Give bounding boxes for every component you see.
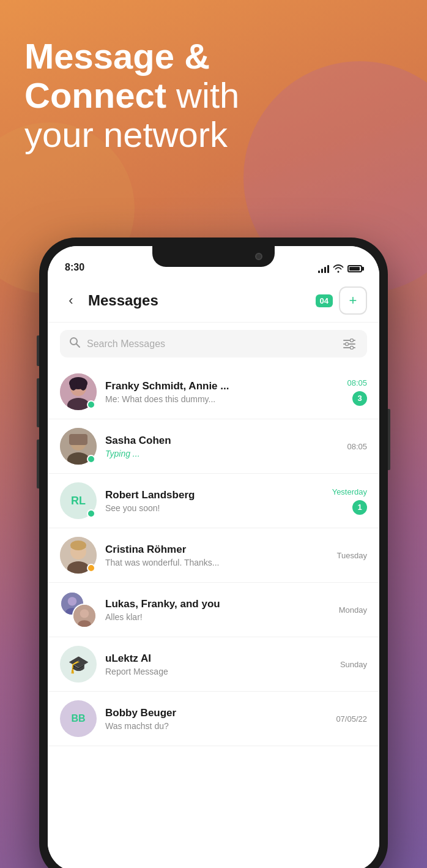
message-preview-5: Alles klar!	[105, 612, 330, 622]
avatar-wrap-1	[60, 373, 97, 410]
hero-line2-normal: with	[166, 75, 239, 115]
message-preview-2: Typing ...	[105, 449, 338, 458]
messages-header: ‹ Messages 04 +	[48, 277, 379, 323]
battery-icon	[347, 265, 362, 272]
side-button-vol-up	[37, 378, 39, 427]
message-preview-6: Report Message	[105, 667, 332, 676]
svg-point-3	[351, 339, 354, 342]
front-camera	[255, 253, 262, 260]
conversation-name-6: uLektz AI	[105, 653, 332, 665]
avatar-wrap-7: BB	[60, 700, 97, 737]
avatar-group-5	[60, 591, 97, 628]
message-meta-1: 08:05 3	[347, 378, 367, 406]
hero-line1: Message &	[24, 36, 210, 76]
hero-section: Message & Connect with your network	[24, 37, 403, 154]
message-preview-1: Me: What does this dummy...	[105, 394, 338, 404]
search-container: Search Messages	[48, 323, 379, 365]
message-time-4: Tuesday	[337, 551, 367, 560]
phone-screen: 8:30	[48, 246, 379, 868]
hero-title: Message & Connect with your network	[24, 37, 403, 154]
status-time: 8:30	[65, 262, 84, 273]
status-icons	[318, 264, 362, 273]
svg-point-5	[346, 342, 349, 345]
conversation-item-7[interactable]: BB Bobby Beuger Was machst du? 07/05/22	[48, 692, 379, 746]
back-chevron-icon: ‹	[69, 293, 73, 309]
conversation-item-6[interactable]: 🎓 uLektz AI Report Message Sunday	[48, 637, 379, 692]
message-list: Franky Schmidt, Annie ... Me: What does …	[48, 365, 379, 746]
group-avatar-2	[72, 604, 97, 628]
conversation-name-4: Cristina Röhmer	[105, 544, 329, 556]
conversation-name-2: Sasha Cohen	[105, 435, 338, 447]
online-indicator-4	[87, 564, 95, 572]
message-preview-4: That was wonderful. Thanks...	[105, 558, 329, 567]
notch	[152, 246, 275, 267]
message-meta-6: Sunday	[340, 660, 367, 669]
svg-line-1	[76, 344, 80, 347]
hero-line3: your network	[24, 114, 228, 154]
conversation-item-3[interactable]: RL Robert Landsberg See you soon! Yester…	[48, 474, 379, 528]
search-bar[interactable]: Search Messages	[60, 330, 367, 357]
conversation-item-5[interactable]: Lukas, Franky, and you Alles klar! Monda…	[48, 583, 379, 637]
message-time-2: 08:05	[347, 442, 367, 451]
conversation-item-4[interactable]: Cristina Röhmer That was wonderful. Than…	[48, 528, 379, 583]
message-time-6: Sunday	[340, 660, 367, 669]
unread-total-badge: 04	[316, 294, 333, 307]
message-time-1: 08:05	[347, 378, 367, 387]
svg-point-7	[351, 346, 354, 349]
search-input[interactable]: Search Messages	[87, 339, 334, 350]
grad-cap-icon: 🎓	[68, 654, 89, 675]
avatar-wrap-2	[60, 428, 97, 465]
message-info-7: Bobby Beuger Was machst du?	[105, 707, 327, 731]
avatar-wrap-6: 🎓	[60, 646, 97, 683]
message-meta-5: Monday	[339, 605, 367, 615]
online-indicator-3	[87, 509, 95, 518]
avatar-wrap-4	[60, 537, 97, 574]
app-content: ‹ Messages 04 +	[48, 277, 379, 868]
conversation-item-2[interactable]: Sasha Cohen Typing ... 08:05	[48, 419, 379, 474]
filter-icon[interactable]	[340, 337, 358, 351]
svg-point-12	[70, 378, 77, 391]
svg-point-23	[68, 597, 76, 605]
message-info-2: Sasha Cohen Typing ...	[105, 435, 338, 458]
avatar-initials-7: BB	[71, 713, 85, 724]
hero-line2-bold: Connect	[24, 75, 166, 115]
message-time-5: Monday	[339, 605, 367, 615]
svg-point-26	[80, 609, 89, 618]
unread-badge-3: 1	[352, 500, 367, 515]
side-button-vol-down	[37, 440, 39, 488]
message-meta-7: 07/05/22	[336, 714, 367, 724]
signal-icon	[318, 264, 329, 273]
avatar-wrap-5	[60, 591, 97, 628]
phone-outer: 8:30	[39, 238, 388, 868]
search-icon	[69, 336, 81, 351]
svg-point-13	[80, 378, 87, 391]
message-time-7: 07/05/22	[336, 714, 367, 724]
avatar-6: 🎓	[60, 646, 97, 683]
message-meta-3: Yesterday 1	[332, 487, 367, 515]
message-preview-7: Was machst du?	[105, 721, 327, 731]
avatar-initials-3: RL	[71, 495, 86, 507]
conversation-item-1[interactable]: Franky Schmidt, Annie ... Me: What does …	[48, 365, 379, 419]
conversation-name-1: Franky Schmidt, Annie ...	[105, 380, 338, 392]
message-info-5: Lukas, Franky, and you Alles klar!	[105, 598, 330, 622]
messages-title: Messages	[88, 292, 307, 309]
online-indicator-2	[87, 455, 95, 463]
message-meta-4: Tuesday	[337, 551, 367, 560]
compose-icon: +	[349, 294, 357, 307]
message-info-6: uLektz AI Report Message	[105, 653, 332, 676]
avatar-7: BB	[60, 700, 97, 737]
message-info-4: Cristina Röhmer That was wonderful. Than…	[105, 544, 329, 567]
side-button-power	[388, 409, 390, 470]
message-info-1: Franky Schmidt, Annie ... Me: What does …	[105, 380, 338, 404]
back-button[interactable]: ‹	[60, 290, 82, 312]
message-time-3: Yesterday	[332, 487, 367, 496]
conversation-name-3: Robert Landsberg	[105, 489, 324, 501]
conversation-name-5: Lukas, Franky, and you	[105, 598, 330, 610]
conversation-name-7: Bobby Beuger	[105, 707, 327, 719]
wifi-icon	[333, 264, 344, 273]
compose-button[interactable]: +	[339, 286, 367, 315]
message-meta-2: 08:05	[347, 442, 367, 451]
side-button-mute	[37, 335, 39, 366]
online-indicator-1	[87, 400, 95, 409]
phone-mockup: 8:30	[39, 238, 388, 868]
